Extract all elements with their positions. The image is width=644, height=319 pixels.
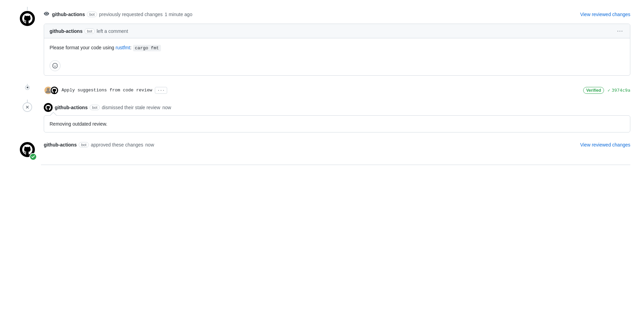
comment-box-1: github-actions bot left a comment ··· Pl… — [44, 24, 630, 76]
github-logo-icon-1 — [22, 13, 32, 24]
verified-badge: Verified — [583, 87, 604, 94]
actor-name-4: github-actions — [44, 142, 77, 148]
svg-point-0 — [47, 88, 50, 91]
arrow-fill — [50, 113, 56, 116]
dismissed-review-body: Removing outdated review. — [44, 115, 630, 132]
eye-icon-1 — [44, 11, 49, 17]
commit-dot — [25, 85, 30, 90]
approve-check-badge — [29, 153, 37, 161]
dismissed-review-box: Removing outdated review. — [44, 115, 630, 132]
comment-header-1: github-actions bot left a comment ··· — [44, 24, 630, 38]
view-reviewed-changes-link-1[interactable]: View reviewed changes — [580, 12, 630, 17]
time-text-4: now — [145, 142, 154, 148]
commit-sha-area: ✓ 3974c9a — [607, 88, 630, 93]
checkmark-icon: ✓ — [607, 88, 610, 93]
time-text-1: 1 minute ago — [165, 12, 192, 17]
commit-avatars — [44, 86, 59, 95]
commit-message-text: Apply suggestions from code review — [62, 88, 152, 93]
event-header-row-1: github-actions bot previously requested … — [44, 11, 192, 17]
commit-meta: Verified ✓ 3974c9a — [583, 87, 630, 94]
commit-more-button[interactable]: ··· — [155, 87, 167, 94]
comment-author-area: github-actions bot left a comment — [50, 28, 128, 34]
view-reviewed-changes-link-4[interactable]: View reviewed changes — [580, 142, 630, 148]
bottom-divider — [41, 165, 630, 165]
bot-badge-3: bot — [90, 105, 99, 110]
commit-row: Apply suggestions from code review ··· V… — [41, 84, 630, 97]
actor-name-1: github-actions — [52, 12, 85, 17]
event-text-3: dismissed their stale review — [102, 105, 160, 110]
bot-badge-4: bot — [79, 142, 89, 148]
dismissed-body-text: Removing outdated review. — [50, 121, 107, 127]
comment-menu-button[interactable]: ··· — [616, 27, 625, 35]
inline-code-cargo-fmt: cargo fmt — [133, 45, 161, 51]
event-text-1: previously requested changes — [99, 12, 163, 17]
comment-action-text: left a comment — [97, 28, 128, 34]
add-reaction-button[interactable] — [50, 60, 61, 71]
comment-body-1: Please format your code using rustfmt: c… — [44, 38, 630, 58]
time-text-3: now — [162, 105, 171, 110]
event-header-row-3: github-actions bot dismissed their stale… — [44, 103, 630, 115]
rustfmt-link[interactable]: rustfmt — [116, 45, 130, 50]
emoji-reaction-area — [44, 58, 630, 75]
colon-text: : — [130, 45, 132, 50]
bot-badge-1: bot — [87, 12, 97, 17]
comment-author-name: github-actions — [50, 28, 82, 34]
dismiss-icon — [23, 102, 32, 112]
comment-author-badge: bot — [84, 28, 94, 34]
github-actions-avatar-1 — [19, 10, 36, 27]
comment-body-text: Please format your code using — [50, 45, 114, 50]
actor-name-3: github-actions — [55, 105, 88, 110]
commit-sha-text: 3974c9a — [612, 88, 630, 93]
event-text-4: approved these changes — [91, 142, 143, 148]
dismiss-actor-avatar — [44, 103, 53, 112]
event-header-row-4: github-actions bot approved these change… — [44, 142, 154, 148]
